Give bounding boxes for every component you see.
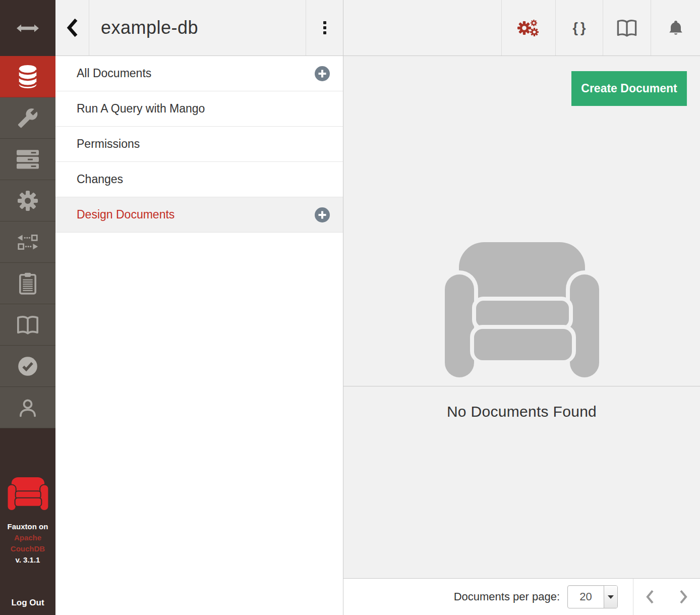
wrench-icon <box>17 107 38 129</box>
version-number: v. 3.1.1 <box>8 554 48 566</box>
nav-item-mango-query[interactable]: Run A Query with Mango <box>55 91 343 127</box>
check-circle-icon <box>18 356 38 376</box>
main-area: {} Create Document No D <box>343 0 700 615</box>
servers-icon <box>17 150 39 169</box>
next-page-button[interactable] <box>667 579 700 615</box>
nav-item-changes[interactable]: Changes <box>55 162 343 197</box>
couch-illustration-icon <box>444 242 600 377</box>
pagination-footer: Documents per page: 20 <box>343 578 700 615</box>
primary-sidebar: Fauxton on Apache CouchDB v. 3.1.1 Log O… <box>0 0 55 615</box>
gear-icon <box>18 191 38 211</box>
sidebar-footer: Fauxton on Apache CouchDB v. 3.1.1 Log O… <box>0 428 55 615</box>
content-divider <box>343 386 700 386</box>
clipboard-icon <box>19 272 36 295</box>
sidebar-item-active-tasks-list[interactable] <box>0 263 55 304</box>
nav-item-all-documents[interactable]: All Documents <box>55 56 343 91</box>
database-nav-list: All Documents Run A Query with Mango Per… <box>55 56 343 233</box>
add-design-doc-button[interactable] <box>315 207 330 222</box>
per-page-select[interactable]: 20 <box>567 585 618 608</box>
nav-item-label: Permissions <box>77 137 140 151</box>
database-panel-header: example-db <box>55 0 343 56</box>
chevron-right-icon <box>678 589 688 604</box>
nav-item-label: Changes <box>77 173 123 186</box>
nav-item-label: Run A Query with Mango <box>77 102 205 116</box>
brand-name-line1[interactable]: Apache <box>8 532 48 543</box>
nav-item-label: Design Documents <box>77 208 174 221</box>
couchdb-logo <box>8 477 48 510</box>
create-document-button[interactable]: Create Document <box>571 71 687 106</box>
fauxton-app: Fauxton on Apache CouchDB v. 3.1.1 Log O… <box>0 0 700 615</box>
json-braces-icon: {} <box>570 20 588 36</box>
per-page-label: Documents per page: <box>454 590 560 603</box>
chevron-left-icon <box>66 18 79 38</box>
replication-icon <box>17 235 38 250</box>
settings-gears-icon <box>517 18 540 37</box>
sidebar-item-documentation[interactable] <box>0 304 55 346</box>
back-button[interactable] <box>55 0 89 55</box>
sidebar-item-active-tasks[interactable] <box>0 139 55 180</box>
add-new-doc-button[interactable] <box>315 66 330 81</box>
version-info: Fauxton on Apache CouchDB v. 3.1.1 <box>8 521 48 566</box>
documentation-button[interactable] <box>603 0 651 55</box>
database-settings-button[interactable] <box>501 0 555 55</box>
nav-item-design-documents[interactable]: Design Documents <box>55 197 343 233</box>
database-icon <box>16 63 39 90</box>
json-view-button[interactable]: {} <box>555 0 603 55</box>
previous-page-button[interactable] <box>633 579 667 615</box>
sidebar-item-replication[interactable] <box>0 221 55 263</box>
nav-item-permissions[interactable]: Permissions <box>55 127 343 162</box>
sidebar-item-account[interactable] <box>0 387 55 428</box>
empty-state-illustration <box>444 242 600 379</box>
database-options-menu-button[interactable] <box>306 0 343 55</box>
sidebar-item-setup[interactable] <box>0 97 55 139</box>
main-toolbar: {} <box>343 0 700 56</box>
documentation-book-icon <box>616 19 637 37</box>
empty-state-message: No Documents Found <box>343 403 700 420</box>
person-icon <box>18 398 38 417</box>
database-panel: example-db All Documents Run A Query wit… <box>55 0 343 615</box>
logout-button[interactable]: Log Out <box>0 598 55 608</box>
per-page-value: 20 <box>568 586 604 608</box>
sidebar-collapse-toggle[interactable] <box>0 0 55 56</box>
documents-content: Create Document No Documents Found <box>343 56 700 578</box>
kebab-menu-icon <box>323 21 326 34</box>
book-icon <box>16 315 39 335</box>
chevron-left-icon <box>645 589 655 604</box>
sidebar-item-configuration[interactable] <box>0 180 55 221</box>
resize-arrow-icon <box>17 24 39 33</box>
database-title: example-db <box>89 0 306 55</box>
notifications-button[interactable] <box>651 0 700 55</box>
nav-item-label: All Documents <box>77 67 151 80</box>
brand-name-line2[interactable]: CouchDB <box>8 543 48 554</box>
fauxton-label: Fauxton on <box>8 521 48 532</box>
sidebar-item-verify[interactable] <box>0 346 55 387</box>
select-dropdown-arrow-icon <box>604 586 617 608</box>
notification-bell-icon <box>667 19 685 36</box>
sidebar-item-databases[interactable] <box>0 56 55 97</box>
